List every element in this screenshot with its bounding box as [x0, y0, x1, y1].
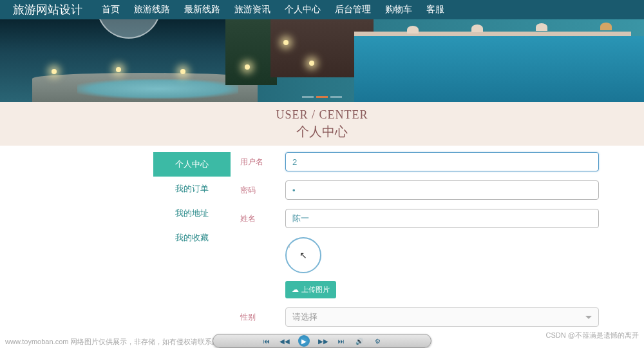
page-title-en: USER / CENTER	[0, 108, 644, 122]
cloud-upload-icon: ☁	[292, 285, 299, 294]
hero-banner	[0, 19, 644, 102]
player-play-icon[interactable]: ▶	[298, 335, 310, 347]
sidebar-item-favorites[interactable]: 我的收藏	[153, 226, 231, 250]
player-rewind-icon[interactable]: ◀◀	[280, 336, 289, 345]
name-label: 姓名	[240, 213, 285, 224]
sidebar-item-address[interactable]: 我的地址	[153, 201, 231, 226]
nav-admin[interactable]: 后台管理	[335, 4, 371, 15]
carousel-dot-active[interactable]	[316, 96, 328, 98]
main-nav: 首页 旅游线路 最新线路 旅游资讯 个人中心 后台管理 购物车 客服	[102, 4, 444, 15]
name-input[interactable]	[285, 209, 599, 228]
page-title-cn: 个人中心	[0, 123, 644, 140]
nav-news[interactable]: 旅游资讯	[234, 4, 270, 15]
password-label: 密码	[240, 185, 285, 196]
player-next-icon[interactable]: ⏭	[337, 336, 346, 345]
nav-latest[interactable]: 最新线路	[184, 4, 220, 15]
username-label: 用户名	[240, 157, 285, 168]
nav-service[interactable]: 客服	[426, 4, 444, 15]
top-navbar: 旅游网站设计 首页 旅游线路 最新线路 旅游资讯 个人中心 后台管理 购物车 客…	[0, 0, 644, 19]
password-input[interactable]	[285, 180, 599, 200]
upload-image-button[interactable]: ☁ 上传图片	[285, 281, 336, 298]
watermark-left: www.toymoban.com 网络图片仅供展示，非存储，如有侵权请联系删除。	[5, 337, 233, 347]
username-input[interactable]	[285, 152, 599, 171]
main-content: 个人中心 我的订单 我的地址 我的收藏 用户名 密码 姓名 ↖ ☁ 上传图片	[0, 146, 644, 336]
carousel-dot[interactable]	[330, 96, 342, 98]
carousel-indicators[interactable]	[302, 96, 342, 98]
sidebar-item-orders[interactable]: 我的订单	[153, 177, 231, 201]
cursor-icon: ↖	[299, 250, 307, 260]
gender-select[interactable]: 请选择	[285, 307, 599, 327]
sidebar-item-usercenter[interactable]: 个人中心	[153, 152, 231, 177]
player-prev-icon[interactable]: ⏮	[262, 336, 271, 345]
carousel-dot[interactable]	[302, 96, 314, 98]
broken-image-icon	[288, 240, 296, 247]
sidebar: 个人中心 我的订单 我的地址 我的收藏	[153, 152, 231, 336]
upload-button-label: 上传图片	[301, 285, 330, 295]
player-volume-icon[interactable]: 🔊	[355, 336, 364, 345]
page-title-section: USER / CENTER 个人中心	[0, 102, 644, 146]
user-form: 用户名 密码 姓名 ↖ ☁ 上传图片 性别 请选择	[231, 152, 599, 336]
player-forward-icon[interactable]: ▶▶	[319, 336, 328, 345]
player-settings-icon[interactable]: ⚙	[373, 336, 382, 345]
nav-routes[interactable]: 旅游线路	[134, 4, 170, 15]
nav-home[interactable]: 首页	[102, 4, 120, 15]
banner-image	[0, 19, 644, 102]
media-player-bar: ⏮ ◀◀ ▶ ▶▶ ⏭ 🔊 ⚙	[213, 334, 431, 348]
watermark-right: CSDN @不嚣满是遗憾的离开	[546, 331, 639, 340]
gender-label: 性别	[240, 312, 285, 323]
nav-usercenter[interactable]: 个人中心	[285, 4, 321, 15]
avatar-preview[interactable]: ↖	[285, 237, 321, 273]
site-logo: 旅游网站设计	[13, 2, 82, 17]
gender-select-placeholder: 请选择	[292, 311, 317, 323]
nav-cart[interactable]: 购物车	[385, 4, 412, 15]
